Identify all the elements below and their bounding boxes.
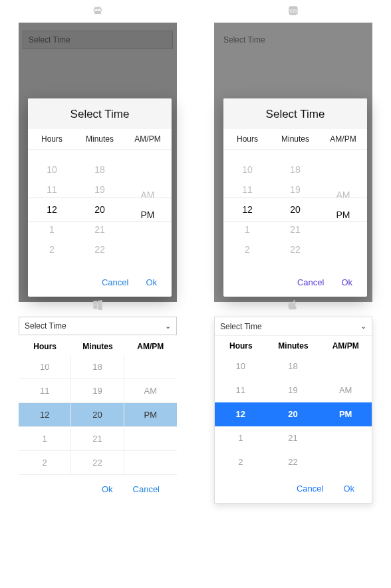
hours-selected: 12 xyxy=(242,204,253,215)
hours-selected: 12 xyxy=(47,204,57,215)
minutes-selected[interactable]: 20 xyxy=(267,402,320,426)
time-input-label: Select Time xyxy=(220,322,262,331)
time-input[interactable]: Select Time xyxy=(218,31,368,49)
minutes-wheel[interactable]: 18 19 20 21 22 xyxy=(271,150,319,269)
ok-button[interactable]: Ok xyxy=(102,484,113,494)
cancel-button[interactable]: Cancel xyxy=(297,484,323,494)
col-header-hours: Hours xyxy=(19,342,71,351)
minutes-selected: 20 xyxy=(94,204,105,215)
selected-row[interactable]: 1220PM xyxy=(215,402,372,426)
time-input-label: Select Time xyxy=(223,35,265,45)
chevron-down-icon: ⌄ xyxy=(360,322,366,331)
modal-title: Select Time xyxy=(28,98,172,129)
col-header-minutes: Minutes xyxy=(76,134,124,144)
time-picker-grid[interactable]: 1018 1119AM xyxy=(19,355,177,403)
windows-icon xyxy=(91,298,104,311)
android-icon xyxy=(91,4,104,17)
svg-text:iOS: iOS xyxy=(289,9,297,13)
col-header-minutes: Minutes xyxy=(271,134,319,144)
ampm-selected[interactable]: PM xyxy=(319,402,372,426)
cancel-button[interactable]: Cancel xyxy=(133,484,160,494)
minutes-selected[interactable]: 20 xyxy=(71,403,124,427)
ios-icon: iOS xyxy=(287,4,300,17)
time-input[interactable]: Select Time ⌄ xyxy=(19,317,177,335)
windows-picker: Select Time ⌄ Hours Minutes AM/PM 1018 1… xyxy=(19,317,177,504)
ampm-selected: PM xyxy=(336,210,350,220)
cancel-button[interactable]: Cancel xyxy=(102,277,128,287)
minutes-wheel[interactable]: 18 19 20 21 22 xyxy=(76,150,124,269)
ampm-wheel[interactable]: AM PM xyxy=(319,150,367,269)
hours-wheel[interactable]: 10 11 12 1 2 xyxy=(28,150,76,269)
android-screen: Select Time Select Time Hours Minutes AM… xyxy=(19,23,177,302)
col-header-ampm: AM/PM xyxy=(319,341,372,351)
ok-button[interactable]: Ok xyxy=(341,277,352,287)
time-picker-modal: Select Time Hours Minutes AM/PM 10 11 12… xyxy=(28,98,172,297)
time-picker-modal: Select Time Hours Minutes AM/PM 10 11 12… xyxy=(223,98,367,297)
time-input-label: Select Time xyxy=(25,321,66,331)
col-header-hours: Hours xyxy=(215,341,267,351)
ios-screen: Select Time Select Time Hours Minutes AM… xyxy=(214,23,372,302)
hours-wheel[interactable]: 10 11 12 1 2 xyxy=(223,150,271,269)
time-picker-grid[interactable]: 1018 1119AM xyxy=(215,355,372,402)
chevron-down-icon: ⌄ xyxy=(165,322,171,331)
col-header-minutes: Minutes xyxy=(267,341,320,351)
ampm-selected: PM xyxy=(141,210,155,220)
time-input[interactable]: Select Time xyxy=(23,31,173,49)
col-header-hours: Hours xyxy=(28,134,76,144)
time-input[interactable]: Select Time ⌄ xyxy=(215,317,372,336)
time-input-label: Select Time xyxy=(29,35,70,45)
time-picker-wheels[interactable]: 10 11 12 1 2 18 19 20 21 22 xyxy=(223,150,367,269)
hours-selected[interactable]: 12 xyxy=(215,402,267,426)
col-header-ampm: AM/PM xyxy=(319,134,367,144)
minutes-selected: 20 xyxy=(290,204,301,215)
macos-picker: Select Time ⌄ Hours Minutes AM/PM 1018 1… xyxy=(214,317,372,504)
modal-title: Select Time xyxy=(223,98,367,129)
col-header-minutes: Minutes xyxy=(71,342,124,351)
apple-icon xyxy=(287,298,300,311)
ampm-wheel[interactable]: AM PM xyxy=(124,150,172,269)
col-header-hours: Hours xyxy=(223,134,271,144)
time-picker-wheels[interactable]: 10 11 12 1 2 18 19 20 21 22 xyxy=(28,150,172,269)
ampm-selected[interactable]: PM xyxy=(124,403,177,427)
col-header-ampm: AM/PM xyxy=(124,134,172,144)
cancel-button[interactable]: Cancel xyxy=(297,277,324,287)
hours-selected[interactable]: 12 xyxy=(19,403,71,427)
col-header-ampm: AM/PM xyxy=(124,342,177,351)
selected-row[interactable]: 1220PM xyxy=(19,403,177,427)
ok-button[interactable]: Ok xyxy=(343,484,354,494)
ok-button[interactable]: Ok xyxy=(146,277,157,287)
